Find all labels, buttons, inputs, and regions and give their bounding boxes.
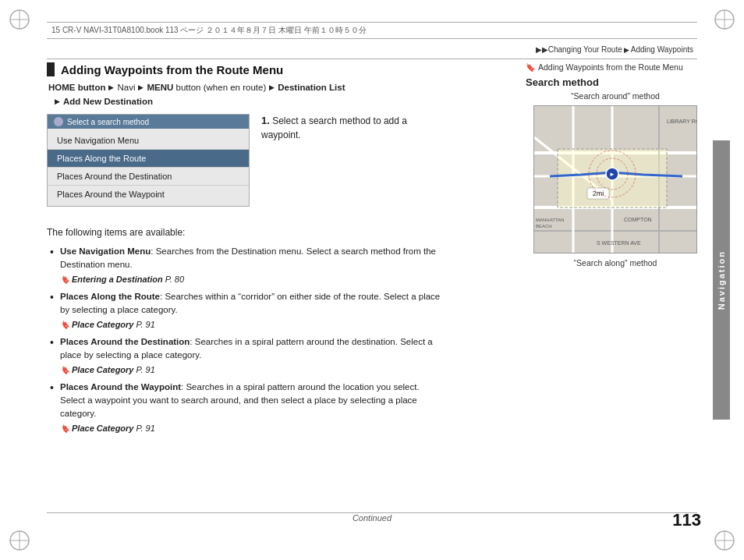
right-panel: 🔖 Adding Waypoints from the Route Menu S… xyxy=(526,62,705,513)
screen-title: Select a search method xyxy=(67,118,149,126)
nav-sidebar: Navigation xyxy=(713,140,730,420)
nav-arrow-4: ▶ xyxy=(55,97,60,105)
screen-mockup: Select a search method Use Navigation Me… xyxy=(47,114,250,207)
nav-step-dest-list: Destination List xyxy=(278,83,345,92)
bullet-dot-0: • xyxy=(50,245,56,286)
bullet-label-0: Use Navigation Menu xyxy=(60,246,151,256)
ref-text-1: Place Category xyxy=(72,318,133,331)
nav-step-navi: Navi xyxy=(117,83,135,92)
step-row: Select a search method Use Navigation Me… xyxy=(47,114,445,216)
svg-text:MANHATTAN: MANHATTAN xyxy=(536,218,564,222)
bullet-content-2: Places Around the Destination: Searches … xyxy=(60,335,445,377)
bullet-content-1: Places Along the Route: Searches within … xyxy=(60,290,445,331)
continued-text: Continued xyxy=(353,513,391,523)
ref-icon-2: 🔖 xyxy=(60,364,69,376)
nav-steps: HOME button ▶ Navi ▶ MENU button (when e… xyxy=(48,83,445,92)
bullet-item-0: • Use Navigation Menu: Searches from the… xyxy=(47,245,445,286)
ref-text-0: Entering a Destination xyxy=(72,273,163,286)
page-number: 113 xyxy=(672,510,701,530)
bullet-dot-1: • xyxy=(50,290,56,331)
svg-text:COMPTON: COMPTON xyxy=(624,217,652,222)
corner-decoration-br xyxy=(713,529,736,552)
step-number: 1. xyxy=(261,115,270,126)
section-title: Adding Waypoints from the Route Menu xyxy=(61,63,283,76)
bullet-item-3: • Places Around the Waypoint: Searches i… xyxy=(47,381,445,435)
section-marker xyxy=(47,62,55,76)
map-label-bottom: “Search along” method xyxy=(533,258,697,268)
menu-item-1[interactable]: Places Along the Route xyxy=(48,150,249,168)
breadcrumb-part1: ▶▶Changing Your Route xyxy=(536,45,622,54)
ref-page-3: P. 91 xyxy=(136,422,154,435)
bullet-dot-2: • xyxy=(50,335,56,377)
bullet-dot-3: • xyxy=(50,381,56,435)
nav-steps-2: ▶ Add New Destination xyxy=(48,97,445,106)
metadata-bar: 15 CR-V NAVI-31T0A8100.book 113 ページ ２０１４… xyxy=(47,22,697,39)
ref-page-1: P. 91 xyxy=(136,318,154,331)
panel-ref-icon: 🔖 xyxy=(526,63,535,72)
menu-item-3[interactable]: Places Around the Waypoint xyxy=(48,186,249,203)
svg-text:BEACH: BEACH xyxy=(536,224,552,229)
panel-header-text: Adding Waypoints from the Route Menu xyxy=(538,62,683,72)
ref-link-3: 🔖 Place Category P. 91 xyxy=(60,422,445,435)
menu-item-2[interactable]: Places Around the Destination xyxy=(48,168,249,186)
step-text: Select a search method to add a waypoint… xyxy=(261,115,407,140)
breadcrumb-arrow: ▶ xyxy=(624,46,629,54)
bullet-label-3: Places Around the Waypoint xyxy=(60,382,181,392)
corner-decoration-tl xyxy=(8,8,31,31)
screen-icon xyxy=(54,117,63,126)
panel-subheading: Search method xyxy=(526,76,705,88)
step-instruction: 1. Select a search method to add a waypo… xyxy=(261,114,445,216)
nav-arrow-1: ▶ xyxy=(108,83,114,91)
ref-icon-3: 🔖 xyxy=(60,423,69,434)
screen-menu-list: Use Navigation Menu Places Along the Rou… xyxy=(48,129,249,206)
ref-link-1: 🔖 Place Category P. 91 xyxy=(60,318,445,331)
bullet-item-2: • Places Around the Destination: Searche… xyxy=(47,335,445,377)
bullet-label-1: Places Along the Route xyxy=(60,292,160,301)
nav-step-add: Add New Destination xyxy=(63,97,153,106)
map-label-top: “Search around” method xyxy=(533,91,697,101)
ref-page-0: P. 80 xyxy=(165,273,184,286)
ref-text-2: Place Category xyxy=(72,363,133,377)
svg-text:►: ► xyxy=(609,171,615,178)
screen-mockup-container: Select a search method Use Navigation Me… xyxy=(47,114,253,216)
ref-page-2: P. 91 xyxy=(136,363,154,377)
bullet-label-2: Places Around the Destination xyxy=(60,337,190,346)
ref-icon-0: 🔖 xyxy=(60,274,69,285)
bullet-content-0: Use Navigation Menu: Searches from the D… xyxy=(60,245,445,286)
nav-sidebar-label: Navigation xyxy=(717,250,726,310)
menu-item-0[interactable]: Use Navigation Menu xyxy=(48,132,249,150)
corner-decoration-tr xyxy=(713,8,736,31)
top-divider xyxy=(47,58,697,59)
bullet-content-3: Places Around the Waypoint: Searches in … xyxy=(60,381,445,435)
body-section: The following items are available: • Use… xyxy=(47,225,445,435)
panel-header: 🔖 Adding Waypoints from the Route Menu xyxy=(526,62,705,72)
screen-title-bar: Select a search method xyxy=(48,115,249,129)
ref-text-3: Place Category xyxy=(72,422,133,435)
map-wrapper: “Search around” method xyxy=(533,105,697,253)
nav-arrow-2: ▶ xyxy=(138,83,143,91)
nav-step-menu: MENU button (when en route) xyxy=(147,83,266,92)
corner-decoration-bl xyxy=(8,529,31,552)
svg-text:2mi: 2mi xyxy=(593,190,604,197)
metadata-text: 15 CR-V NAVI-31T0A8100.book 113 ページ ２０１４… xyxy=(51,25,367,36)
ref-link-2: 🔖 Place Category P. 91 xyxy=(60,363,445,377)
ref-icon-1: 🔖 xyxy=(60,319,69,331)
main-content: Adding Waypoints from the Route Menu HOM… xyxy=(47,62,445,513)
bullet-item-1: • Places Along the Route: Searches withi… xyxy=(47,290,445,331)
home-button-label: HOME button xyxy=(48,83,105,92)
svg-text:LIBRARY ROAD: LIBRARY ROAD xyxy=(667,119,697,124)
intro-text: The following items are available: xyxy=(47,225,445,240)
svg-text:S WESTERN AVE: S WESTERN AVE xyxy=(597,240,641,246)
map-svg: ► 2mi LIBRARY ROAD MANHATTAN BEACH COMPT… xyxy=(534,106,697,253)
breadcrumb: ▶▶Changing Your Route ▶ Adding Waypoints xyxy=(536,45,693,54)
ref-link-0: 🔖 Entering a Destination P. 80 xyxy=(60,273,445,286)
nav-arrow-3: ▶ xyxy=(269,83,275,91)
breadcrumb-part2: Adding Waypoints xyxy=(631,45,693,54)
map-container: ► 2mi LIBRARY ROAD MANHATTAN BEACH COMPT… xyxy=(533,105,697,253)
section-header: Adding Waypoints from the Route Menu xyxy=(47,62,445,76)
